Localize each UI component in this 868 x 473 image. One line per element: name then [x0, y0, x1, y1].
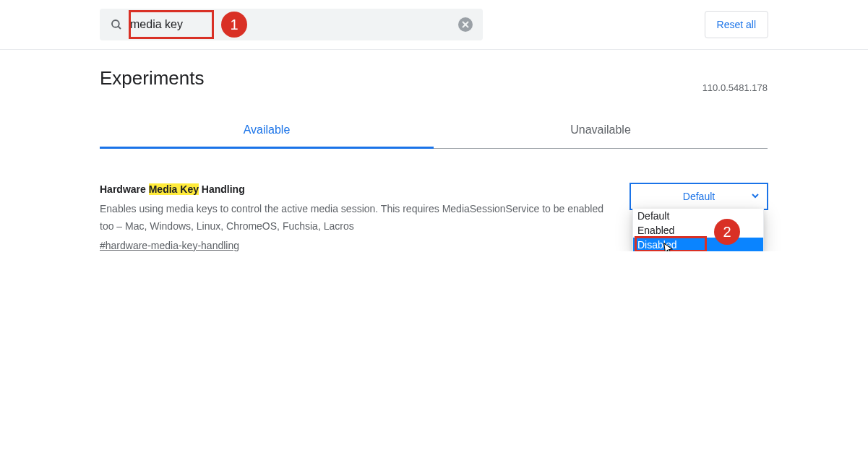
flag-select[interactable]: Default: [630, 183, 768, 209]
clear-search-icon[interactable]: [458, 17, 473, 32]
svg-line-1: [118, 26, 121, 29]
tab-available[interactable]: Available: [100, 113, 434, 149]
chevron-down-icon: [751, 191, 760, 202]
flag-select-dropdown: Default Enabled Disabled: [632, 209, 764, 251]
search-input[interactable]: [130, 18, 458, 31]
flag-select-value: Default: [683, 191, 715, 202]
option-disabled[interactable]: Disabled: [633, 238, 763, 251]
flag-title-suffix: Handling: [199, 183, 245, 195]
cursor-icon: [663, 241, 676, 251]
tab-unavailable[interactable]: Unavailable: [434, 113, 768, 149]
flag-row: Hardware Media Key Handling Enables usin…: [100, 183, 768, 251]
option-default[interactable]: Default: [633, 209, 763, 223]
option-enabled[interactable]: Enabled: [633, 223, 763, 238]
search-icon: [110, 18, 123, 31]
search-box: 1: [100, 9, 483, 40]
flag-hash-link[interactable]: #hardware-media-key-handling: [100, 240, 613, 251]
flag-title-prefix: Hardware: [100, 183, 149, 195]
flag-title-highlight: Media Key: [149, 183, 199, 195]
svg-point-0: [112, 20, 119, 27]
tabs: Available Unavailable: [100, 113, 768, 149]
flag-title: Hardware Media Key Handling: [100, 183, 613, 195]
annotation-callout-1: 1: [221, 12, 247, 38]
reset-all-button[interactable]: Reset all: [705, 11, 768, 38]
flag-description: Enables using media keys to control the …: [100, 201, 613, 235]
annotation-callout-2: 2: [714, 219, 740, 245]
